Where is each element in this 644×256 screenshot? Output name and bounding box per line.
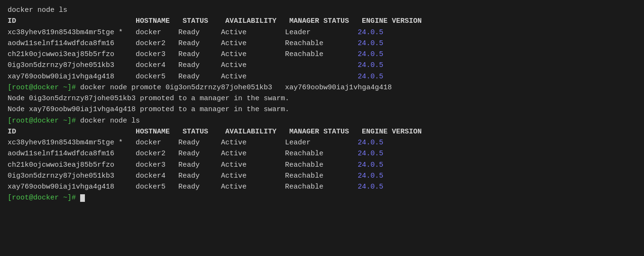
- terminal: docker node ls ID HOSTNAME STATUS AVAILA…: [8, 5, 636, 204]
- second-node-ls-command: [root@docker ~]# docker node ls: [8, 115, 636, 126]
- terminal-cursor: [80, 194, 85, 202]
- table-header-2: ID HOSTNAME STATUS AVAILABILITY MANAGER …: [8, 126, 636, 137]
- table-row: xc38yhev819n8543bm4mr5tge * docker Ready…: [8, 27, 636, 38]
- table-row: ch21k0ojcwwoi3eaj85b5rfzo docker3 Ready …: [8, 160, 636, 171]
- table-header-1: ID HOSTNAME STATUS AVAILABILITY MANAGER …: [8, 16, 636, 27]
- table-row: xay769oobw90iaj1vhga4g418 docker5 Ready …: [8, 181, 636, 192]
- initial-command: docker node ls: [8, 5, 636, 16]
- table-row: 0ig3on5dzrnzy87johe051kb3 docker4 Ready …: [8, 171, 636, 181]
- promote-msg-2: Node xay769oobw90iaj1vhga4g418 promoted …: [8, 104, 636, 115]
- table-row: xc38yhev819n8543bm4mr5tge * docker Ready…: [8, 137, 636, 148]
- table-row: aodw11selnf114wdfdca8fm16 docker2 Ready …: [8, 148, 636, 159]
- final-prompt[interactable]: [root@docker ~]#: [8, 192, 636, 203]
- promote-msg-1: Node 0ig3on5dzrnzy87johe051kb3 promoted …: [8, 93, 636, 104]
- table-row: 0ig3on5dzrnzy87johe051kb3 docker4 Ready …: [8, 60, 636, 71]
- table-row: xay769oobw90iaj1vhga4g418 docker5 Ready …: [8, 71, 636, 82]
- table-row: aodw11selnf114wdfdca8fm16 docker2 Ready …: [8, 38, 636, 49]
- table-row: ch21k0ojcwwoi3eaj85b5rfzo docker3 Ready …: [8, 49, 636, 60]
- promote-command: [root@docker ~]# docker node promote 0ig…: [8, 82, 636, 93]
